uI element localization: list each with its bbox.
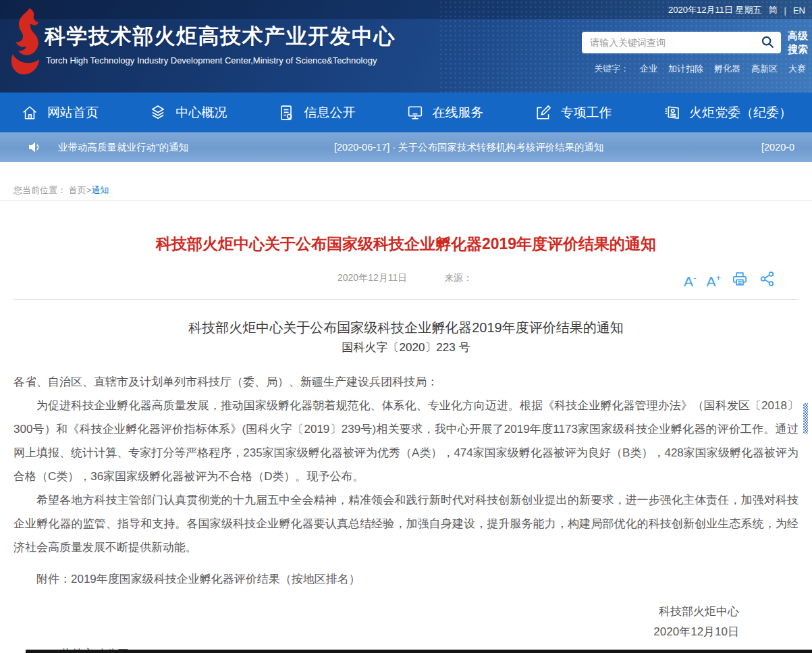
document-number: 国科火字〔2020〕223 号	[0, 340, 812, 355]
article-title: 科技部火炬中心关于公布国家级科技企业孵化器2019年度评价结果的通知	[0, 234, 812, 255]
book-icon	[662, 103, 681, 122]
nav-item-disclosure[interactable]: 信息公开	[277, 103, 355, 122]
topbar: 2020年12月11日 星期五 简 | EN	[668, 4, 805, 16]
bottom-window-edge	[26, 650, 812, 653]
keyword-link[interactable]: 大赛	[788, 63, 806, 75]
paragraph: 希望各地方科技主管部门认真贯彻党的十九届五中全会精神，精准领会和践行新时代对科技…	[13, 488, 799, 559]
keyword-link[interactable]: 加计扣除	[668, 63, 703, 75]
monitor-icon	[406, 103, 425, 122]
font-increase-button[interactable]: A+	[706, 269, 721, 291]
font-increase-letter: A	[706, 273, 715, 289]
breadcrumb-current-link[interactable]: 通知	[91, 185, 109, 195]
ticker-link[interactable]: 业带动高质量就业行动”的通知	[58, 141, 188, 154]
font-increase-sign: +	[715, 273, 721, 283]
nav-item-home[interactable]: 网站首页	[20, 103, 99, 122]
nav-item-label: 网站首页	[47, 104, 99, 122]
signature-date: 2020年12月10日	[13, 622, 739, 642]
keyword-link[interactable]: 企业	[640, 63, 657, 75]
signature-block: 科技部火炬中心 2020年12月10日	[13, 602, 799, 642]
document-icon	[277, 103, 296, 122]
topbar-divider: |	[784, 5, 786, 16]
advanced-search-line2: 搜索	[788, 43, 808, 56]
breadcrumb-home-link[interactable]: 首页	[69, 185, 86, 195]
layers-icon	[148, 103, 167, 122]
speaker-icon	[27, 140, 43, 157]
breadcrumb-prefix: 您当前位置：	[13, 185, 66, 195]
nav-item-label: 在线服务	[433, 104, 484, 122]
share-icon	[759, 270, 776, 290]
nav-item-party-committee[interactable]: 火炬党委（纪委）	[662, 103, 792, 122]
share-button[interactable]	[759, 270, 776, 290]
scrollbar-thumb[interactable]	[803, 403, 808, 434]
source-label: 来源：	[444, 272, 472, 284]
nav-item-special-work[interactable]: 专项工作	[534, 103, 612, 122]
ticker-link[interactable]: [2020-0	[761, 142, 794, 153]
attachment-line: 附件：2019年度国家级科技企业孵化器评价结果（按地区排名）	[13, 567, 799, 591]
advanced-search-line1: 高级	[788, 29, 808, 43]
publish-date: 2020年12月11日	[337, 272, 407, 284]
print-button[interactable]	[731, 270, 749, 290]
search-input[interactable]	[582, 32, 754, 53]
main-nav: 网站首页 中心概况 信息公开 在线服务	[0, 93, 812, 132]
home-icon	[20, 103, 39, 122]
site-title: 科学技术部火炬高技术产业开发中心	[45, 22, 396, 51]
lang-simplified-link[interactable]: 简	[769, 4, 778, 16]
keywords-label: 关键字：	[594, 63, 629, 75]
topbar-date: 2020年12月11日 星期五	[668, 4, 762, 16]
font-decrease-letter: A	[684, 273, 693, 289]
nav-item-overview[interactable]: 中心概况	[148, 103, 227, 122]
meta-divider	[13, 299, 799, 300]
nav-item-services[interactable]: 在线服务	[406, 103, 484, 122]
pen-icon	[534, 103, 553, 122]
hot-keywords: 关键字： 企业 加计扣除 孵化器 高新区 大赛	[594, 63, 806, 75]
nav-item-label: 信息公开	[304, 104, 355, 122]
nav-item-label: 专项工作	[561, 104, 612, 122]
paragraph: 各省、自治区、直辖市及计划单列市科技厅（委、局）、新疆生产建设兵团科技局：	[13, 370, 799, 394]
article-body: 各省、自治区、直辖市及计划单列市科技厅（委、局）、新疆生产建设兵团科技局： 为促…	[13, 370, 799, 653]
ticker-link[interactable]: [2020-06-17] · 关于公布国家技术转移机构考核评价结果的通知	[334, 141, 604, 154]
font-decrease-button[interactable]: A-	[684, 269, 696, 291]
search-icon	[760, 34, 775, 51]
printer-icon	[731, 270, 749, 290]
nav-item-label: 火炬党委（纪委）	[689, 104, 792, 122]
paragraph: 为促进科技企业孵化器高质量发展，推动国家级孵化器朝着规范化、体系化、专业化方向迈…	[13, 394, 799, 488]
lang-english-link[interactable]: EN	[793, 5, 805, 16]
font-decrease-sign: -	[693, 273, 696, 283]
news-ticker: 业带动高质量就业行动”的通知 [2020-06-17] · 关于公布国家技术转移…	[0, 132, 812, 162]
keyword-link[interactable]: 高新区	[751, 63, 778, 75]
article-tools: A- A+	[684, 269, 776, 291]
torch-logo-icon[interactable]	[7, 4, 45, 86]
advanced-search-link[interactable]: 高级 搜索	[788, 29, 808, 56]
signature-org: 科技部火炬中心	[13, 602, 739, 622]
breadcrumb: 您当前位置： 首页>通知	[0, 180, 812, 201]
site-subtitle: Torch High Technology Industry Developme…	[46, 55, 377, 66]
keyword-link[interactable]: 孵化器	[714, 63, 740, 75]
page: 2020年12月11日 星期五 简 | EN 科学技术部火炬高技术产业开发中心 …	[0, 0, 812, 653]
search-button[interactable]	[754, 32, 781, 53]
search-box	[582, 32, 781, 53]
article-heading: 科技部火炬中心关于公布国家级科技企业孵化器2019年度评价结果的通知	[0, 319, 812, 337]
nav-item-label: 中心概况	[175, 104, 227, 122]
